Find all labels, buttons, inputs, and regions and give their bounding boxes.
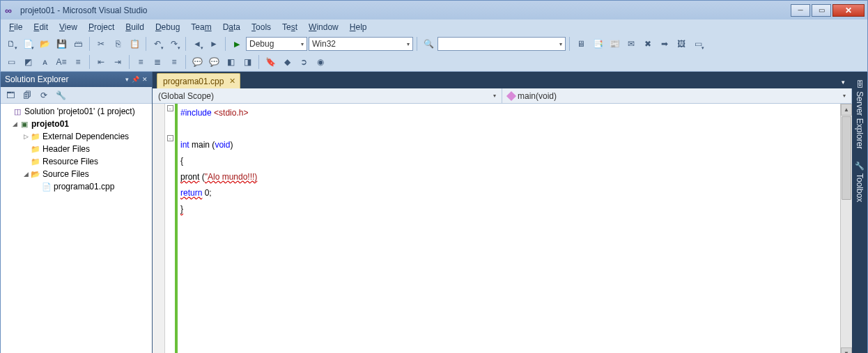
menu-data[interactable]: Data <box>217 21 246 33</box>
collapse-icon[interactable]: - <box>167 135 173 141</box>
uncomment-button[interactable]: 💬 <box>206 54 222 70</box>
tb2-4[interactable]: A≡ <box>54 54 69 70</box>
title-bar: ∞ projeto01 - Microsoft Visual Studio ─ … <box>0 0 868 19</box>
save-all-button[interactable]: 🗃 <box>70 36 86 52</box>
se-btn1[interactable]: 🗔 <box>3 88 17 102</box>
tb2-3[interactable]: ᴀ <box>37 54 52 70</box>
paste-button[interactable]: 📋 <box>127 36 142 52</box>
menu-tools[interactable]: Tools <box>246 21 277 33</box>
vertical-scrollbar[interactable]: ▲ ▼ <box>840 104 852 353</box>
comment-button[interactable]: 💬 <box>189 54 205 70</box>
se-properties-button[interactable]: 🔧 <box>54 88 68 102</box>
menu-bar: File Edit View Project Build Debug Team … <box>0 19 868 35</box>
tb2-14[interactable]: ◨ <box>240 54 255 70</box>
se-btn2[interactable]: 🗐 <box>20 88 34 102</box>
panel-menu-icon[interactable]: ▾ <box>125 76 129 83</box>
toolbar-row-1: 🗋 📄 📂 💾 🗃 ✂ ⎘ 📋 ↶ ↷ ◄ ► ▶ Debug▾ Win32▾ … <box>1 35 867 53</box>
tree-external-deps[interactable]: ▷ 📁 External Dependencies <box>1 130 152 143</box>
tb-misc7[interactable]: 🖼 <box>674 36 689 52</box>
menu-window[interactable]: Window <box>303 21 344 33</box>
tree-source-files[interactable]: ◢ 📂 Source Files <box>1 168 152 180</box>
expander-icon[interactable]: ◢ <box>10 120 19 127</box>
menu-test[interactable]: Test <box>277 21 303 33</box>
expander-icon[interactable]: ▷ <box>22 133 30 140</box>
tab-overflow-button[interactable]: ▾ <box>839 76 848 88</box>
close-button[interactable]: ✕ <box>832 4 865 17</box>
collapse-icon[interactable]: - <box>167 105 173 111</box>
start-debug-button[interactable]: ▶ <box>229 36 245 52</box>
save-button[interactable]: 💾 <box>54 36 69 52</box>
tb2-9[interactable]: ≣ <box>150 54 165 70</box>
scope-combo[interactable]: (Global Scope)▾ <box>153 88 502 103</box>
platform-combo[interactable]: Win32▾ <box>309 37 413 51</box>
tb2-1[interactable]: ▭ <box>3 54 19 70</box>
panel-pin-icon[interactable]: 📌 <box>132 76 139 83</box>
tb-misc6[interactable]: ➡ <box>657 36 672 52</box>
tree-resource-files[interactable]: 📁 Resource Files <box>1 155 152 168</box>
side-tabs: 🗄 Server Explorer 🔧 Toolbox <box>852 72 867 353</box>
workspace: Solution Explorer ▾ 📌 ✕ 🗔 🗐 ⟳ 🔧 ◫ Soluti… <box>0 72 868 353</box>
new-project-button[interactable]: 🗋 <box>3 36 19 52</box>
expander-icon[interactable]: ◢ <box>22 171 30 178</box>
scroll-up-button[interactable]: ▲ <box>841 104 852 116</box>
file-tab-programa01[interactable]: programa01.cpp ✕ <box>157 73 240 88</box>
tb2-18[interactable]: ◉ <box>313 54 328 70</box>
nav-back-button[interactable]: ◄ <box>189 36 205 52</box>
find-combo[interactable]: ▾ <box>437 37 566 51</box>
server-explorer-tab[interactable]: 🗄 Server Explorer <box>853 77 866 152</box>
toolbar-row-2: ▭ ◩ ᴀ A≡ ≡ ⇤ ⇥ ≡ ≣ ≡ 💬 💬 ◧ ◨ 🔖 ◆ ➲ ◉ <box>1 53 867 71</box>
tb2-16[interactable]: ◆ <box>279 54 295 70</box>
config-combo[interactable]: Debug▾ <box>246 37 307 51</box>
scroll-down-button[interactable]: ▼ <box>841 347 852 353</box>
toolbox-tab[interactable]: 🔧 Toolbox <box>853 159 866 205</box>
folder-icon: 📁 <box>30 143 41 155</box>
tb2-8[interactable]: ≡ <box>133 54 148 70</box>
toolbox-icon: 🔧 <box>855 162 865 171</box>
menu-file[interactable]: File <box>3 21 28 33</box>
maximize-button[interactable]: ▭ <box>812 4 831 17</box>
panel-close-icon[interactable]: ✕ <box>142 76 148 83</box>
tb-misc2[interactable]: 📑 <box>590 36 605 52</box>
copy-button[interactable]: ⎘ <box>110 36 125 52</box>
nav-fwd-button[interactable]: ► <box>206 36 222 52</box>
menu-debug[interactable]: Debug <box>150 21 185 33</box>
menu-help[interactable]: Help <box>344 21 373 33</box>
menu-project[interactable]: Project <box>83 21 120 33</box>
tb2-13[interactable]: ◧ <box>223 54 238 70</box>
tb2-10[interactable]: ≡ <box>166 54 182 70</box>
member-combo[interactable]: main(void)▾ <box>502 88 852 103</box>
scroll-thumb[interactable] <box>842 116 851 200</box>
code-editor[interactable]: - - #include <stdio.h> int main (void) {… <box>153 104 852 353</box>
tb-misc1[interactable]: 🖥 <box>573 36 589 52</box>
menu-build[interactable]: Build <box>120 21 150 33</box>
menu-view[interactable]: View <box>54 21 83 33</box>
solution-tree: ◫ Solution 'projeto01' (1 project) ◢ ▣ p… <box>1 104 152 353</box>
open-button[interactable]: 📂 <box>37 36 52 52</box>
indent-more-button[interactable]: ⇥ <box>110 54 125 70</box>
redo-button[interactable]: ↷ <box>166 36 182 52</box>
tb-misc3[interactable]: 📰 <box>607 36 622 52</box>
tree-file-programa01[interactable]: 📄 programa01.cpp <box>1 180 152 193</box>
tb-misc4[interactable]: ✉ <box>623 36 639 52</box>
tree-project[interactable]: ◢ ▣ projeto01 <box>1 118 152 130</box>
code-text[interactable]: #include <stdio.h> int main (void) { pro… <box>178 104 840 353</box>
cut-button[interactable]: ✂ <box>93 36 109 52</box>
menu-edit[interactable]: Edit <box>28 21 54 33</box>
tb2-2[interactable]: ◩ <box>20 54 36 70</box>
tb2-17[interactable]: ➲ <box>296 54 311 70</box>
tab-close-icon[interactable]: ✕ <box>229 77 235 86</box>
menu-team[interactable]: Team <box>185 21 217 33</box>
find-in-files-button[interactable]: 🔍 <box>421 36 436 52</box>
tb-misc5[interactable]: ✖ <box>640 36 656 52</box>
bookmark-button[interactable]: 🔖 <box>263 54 278 70</box>
add-item-button[interactable]: 📄 <box>20 36 36 52</box>
tb2-5[interactable]: ≡ <box>70 54 86 70</box>
tree-solution[interactable]: ◫ Solution 'projeto01' (1 project) <box>1 105 152 118</box>
tree-header-files[interactable]: 📁 Header Files <box>1 143 152 155</box>
indent-less-button[interactable]: ⇤ <box>93 54 109 70</box>
se-refresh-button[interactable]: ⟳ <box>37 88 51 102</box>
tb-misc8[interactable]: ▭ <box>690 36 706 52</box>
minimize-button[interactable]: ─ <box>791 4 810 17</box>
solution-explorer-toolbar: 🗔 🗐 ⟳ 🔧 <box>1 87 152 104</box>
undo-button[interactable]: ↶ <box>150 36 165 52</box>
